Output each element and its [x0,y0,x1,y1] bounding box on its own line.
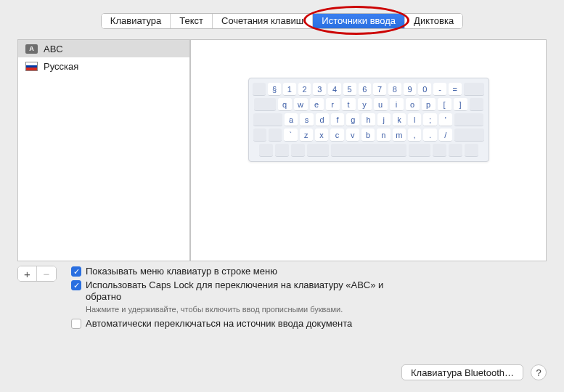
key: , [408,128,421,142]
remove-source-button[interactable]: − [37,266,56,281]
keyboard-row: asdfghjkl;' [253,113,484,126]
key-blank [253,113,282,126]
option-show-menu[interactable]: ✓ Показывать меню клавиатур в строке мен… [71,266,405,277]
key: m [393,128,406,142]
key: = [449,83,462,96]
key: 3 [313,83,326,96]
key: 4 [328,83,341,96]
key-blank [291,144,305,157]
option-auto-switch[interactable]: Автоматически переключаться на источник … [71,318,405,330]
key: / [439,128,452,142]
key-blank [433,144,446,157]
keyboard-row: §1234567890-= [253,83,484,96]
key: d [316,113,329,126]
input-source-label: ABC [44,44,63,54]
key: f [331,113,344,126]
under-panel: + − ✓ Показывать меню клавиатур в строке… [17,266,547,332]
key: v [346,128,359,142]
options-group: ✓ Показывать меню клавиатур в строке мен… [71,266,405,332]
add-source-button[interactable]: + [18,266,37,281]
key-blank [275,144,289,157]
key: . [423,128,436,142]
key: x [315,128,328,142]
checkbox-caps-lock[interactable]: ✓ [71,280,81,290]
label-show-menu: Показывать меню клавиатур в строке меню [86,266,277,277]
key: u [374,98,388,111]
key: [ [438,98,451,111]
key-blank [269,128,282,142]
key-blank [465,144,478,157]
key: 1 [283,83,296,96]
key: 5 [343,83,356,96]
key: h [361,113,375,126]
key: 2 [298,83,311,96]
checkbox-show-menu[interactable]: ✓ [71,266,81,277]
tab-3[interactable]: Источники ввода [313,14,405,28]
abc-flag-icon: A [25,44,38,54]
key: q [278,98,292,111]
key: 7 [373,83,386,96]
key: t [342,98,356,111]
key: ' [439,113,452,126]
tab-2[interactable]: Сочетания клавиш [213,14,313,28]
key: l [408,113,421,126]
tab-1[interactable]: Текст [171,14,213,28]
tab-segment: КлавиатураТекстСочетания клавишИсточники… [101,13,463,29]
help-button[interactable]: ? [531,364,547,380]
key: p [422,98,436,111]
key: 8 [388,83,401,96]
key: a [285,113,298,126]
keyboard-preview: §1234567890-=qwertyuiop[]asdfghjkl;'`zxc… [248,78,489,162]
russia-flag-icon [25,62,38,71]
key: 0 [418,83,431,96]
key-blank [464,83,484,96]
key: ` [284,128,297,142]
input-source-list[interactable]: AABCРусская [17,39,190,261]
input-source-row[interactable]: AABC [18,40,189,57]
keyboard-row: `zxcvbnm,./ [253,128,484,142]
key: j [377,113,391,126]
input-source-label: Русская [44,61,78,72]
key: s [300,113,313,126]
bluetooth-keyboard-button[interactable]: Клавиатура Bluetooth… [401,364,523,380]
key: g [346,113,359,126]
keyboard-row [253,144,484,157]
key: w [294,98,308,111]
key-blank [449,144,462,157]
key: i [390,98,404,111]
tab-0[interactable]: Клавиатура [102,14,171,28]
keyboard-row: qwertyuiop[] [253,98,484,111]
key: 9 [404,83,417,96]
add-remove-group: + − [17,266,57,282]
key: 6 [359,83,372,96]
tab-4[interactable]: Диктовка [405,14,462,28]
right-column: §1234567890-=qwertyuiop[]asdfghjkl;'`zxc… [190,39,547,261]
key: k [393,113,406,126]
key: § [268,83,281,96]
key: y [358,98,372,111]
key-blank [454,128,484,142]
key-blank [253,128,266,142]
option-caps-lock[interactable]: ✓ Использовать Caps Lock для переключени… [71,279,405,303]
footer: Клавиатура Bluetooth… ? [401,364,547,380]
key: b [361,128,375,142]
key-blank [409,144,430,157]
key-blank [259,144,273,157]
key: ] [454,98,467,111]
key-blank [454,113,483,126]
key: ; [423,113,436,126]
key-blank [253,83,266,96]
tab-bar: КлавиатураТекстСочетания клавишИсточники… [0,0,564,33]
key-blank [254,98,276,111]
key: n [377,128,390,142]
label-caps-lock: Использовать Caps Lock для переключения … [86,279,405,303]
checkbox-auto-switch[interactable] [71,319,81,329]
label-auto-switch: Автоматически переключаться на источник … [86,318,352,330]
left-column: AABCРусская [17,39,190,261]
key: z [300,128,313,142]
key: r [326,98,340,111]
key: c [330,128,343,142]
key: o [406,98,420,111]
input-source-row[interactable]: Русская [18,57,189,75]
key-blank [307,144,329,157]
